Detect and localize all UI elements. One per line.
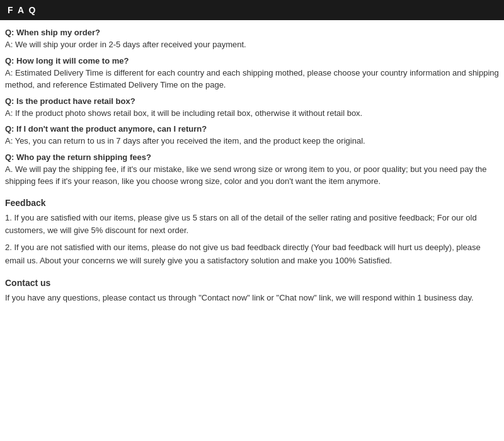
question-3: Q: Is the product have retail box? — [5, 96, 499, 106]
faq-list: Q: When ship my order? A: We will ship y… — [5, 28, 499, 188]
content-area: Q: When ship my order? A: We will ship y… — [0, 26, 504, 309]
feedback-title: Feedback — [5, 198, 499, 208]
contact-section: Contact us If you have any questions, pl… — [5, 278, 499, 305]
feedback-section: Feedback 1. If you are satisfied with ou… — [5, 198, 499, 268]
question-4: Q: If I don't want the product anymore, … — [5, 124, 499, 134]
question-5: Q: Who pay the return shipping fees? — [5, 152, 499, 162]
faq-item-1: Q: When ship my order? A: We will ship y… — [5, 28, 499, 51]
faq-item-4: Q: If I don't want the product anymore, … — [5, 124, 499, 147]
faq-title: F A Q — [8, 5, 37, 15]
faq-item-3: Q: Is the product have retail box? A: If… — [5, 96, 499, 120]
faq-item-2: Q: How long it will come to me? A: Estim… — [5, 56, 499, 91]
feedback-item-1: 1. If you are satisfied with our items, … — [5, 212, 499, 238]
answer-3: A: If the product photo shows retail box… — [5, 107, 499, 120]
feedback-item-2: 2. If you are not satisfied with our ite… — [5, 241, 499, 268]
contact-text: If you have any questions, please contac… — [5, 292, 499, 305]
contact-title: Contact us — [5, 278, 499, 288]
answer-4: A: Yes, you can return to us in 7 days a… — [5, 135, 499, 147]
faq-item-5: Q: Who pay the return shipping fees? A. … — [5, 152, 499, 188]
question-2: Q: How long it will come to me? — [5, 56, 499, 66]
answer-2: A: Estimated Delivery Time is different … — [5, 67, 499, 91]
answer-1: A: We will ship your order in 2-5 days a… — [5, 38, 499, 51]
question-1: Q: When ship my order? — [5, 28, 499, 37]
answer-5: A. We will pay the shipping fee, if it's… — [5, 163, 499, 188]
faq-header: F A Q — [0, 0, 504, 20]
